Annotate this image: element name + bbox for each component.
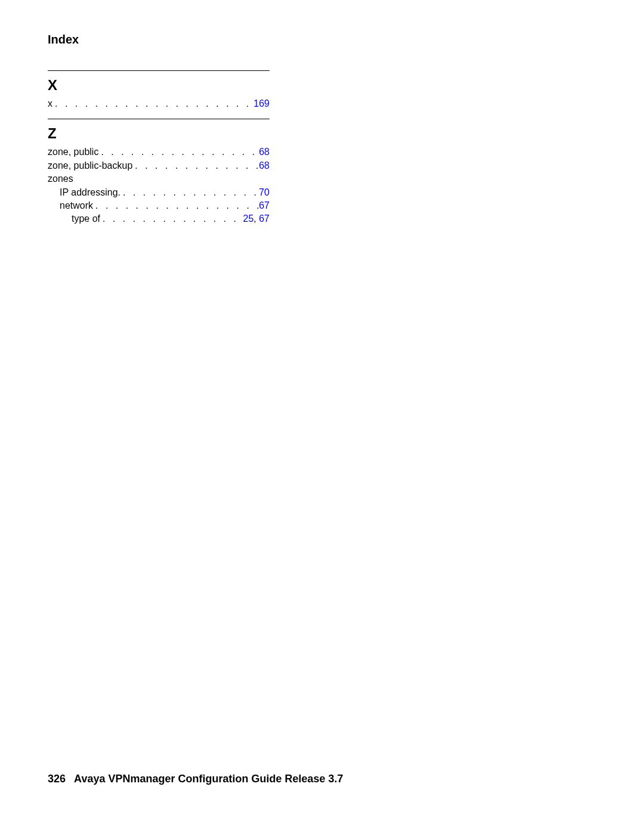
page-separator: , [253, 213, 259, 224]
section-rule [48, 70, 270, 71]
index-pages: 169 [253, 97, 270, 110]
index-entry: zone, public . . . . . . . . . . . . . .… [48, 145, 270, 159]
dot-leaders: . . . . . . . . . . . . . . . . . . . . … [120, 186, 259, 199]
footer: 326Avaya VPNmanager Configuration Guide … [48, 773, 343, 785]
footer-page-number: 326 [48, 773, 66, 785]
page-link[interactable]: 68 [259, 147, 270, 157]
index-pages: 70 [259, 186, 270, 199]
index-term: zone, public [48, 145, 98, 159]
page: Index X x . . . . . . . . . . . . . . . … [0, 0, 644, 833]
section-letter-x: X [48, 77, 270, 94]
index-term: IP addressing. [60, 186, 120, 199]
dot-leaders: . . . . . . . . . . . . . . . . . . . . … [100, 212, 243, 225]
dot-leaders: . . . . . . . . . . . . . . . . . . . . … [98, 145, 259, 159]
index-term: zones [48, 174, 73, 184]
index-term: type of [72, 212, 100, 225]
section-letter-z: Z [48, 125, 270, 142]
index-pages: 68 [259, 145, 270, 159]
page-link[interactable]: 169 [253, 98, 270, 109]
dot-leaders: . . . . . . . . . . . . . . . . . . . . … [52, 97, 253, 110]
dot-leaders: . . . . . . . . . . . . . . . . . . . . … [132, 159, 259, 172]
index-entry: zones [48, 172, 270, 185]
dot-leaders: . . . . . . . . . . . . . . . . . . . . … [93, 199, 259, 212]
index-term: network [60, 199, 93, 212]
section-entries-x: x . . . . . . . . . . . . . . . . . . . … [48, 97, 270, 110]
footer-title: Avaya VPNmanager Configuration Guide Rel… [74, 773, 343, 785]
page-title: Index [48, 33, 596, 47]
page-link[interactable]: 70 [259, 187, 270, 197]
section-rule [48, 119, 270, 119]
index-subsubentry: type of . . . . . . . . . . . . . . . . … [48, 212, 270, 225]
section-entries-z: zone, public . . . . . . . . . . . . . .… [48, 145, 270, 225]
index-subentry: IP addressing. . . . . . . . . . . . . .… [48, 186, 270, 199]
index-entry: zone, public-backup . . . . . . . . . . … [48, 159, 270, 172]
index-subentry: network . . . . . . . . . . . . . . . . … [48, 199, 270, 212]
index-column: X x . . . . . . . . . . . . . . . . . . … [48, 70, 270, 226]
page-link[interactable]: 67 [259, 200, 270, 210]
index-pages: 67 [259, 199, 270, 212]
index-pages: 25, 67 [243, 212, 270, 225]
index-entry: x . . . . . . . . . . . . . . . . . . . … [48, 97, 270, 110]
index-term: x [48, 97, 52, 110]
index-pages: 68 [259, 159, 270, 172]
page-link[interactable]: 68 [259, 160, 270, 171]
index-term: zone, public-backup [48, 159, 132, 172]
page-link[interactable]: 25 [243, 213, 254, 224]
page-link[interactable]: 67 [259, 213, 270, 224]
